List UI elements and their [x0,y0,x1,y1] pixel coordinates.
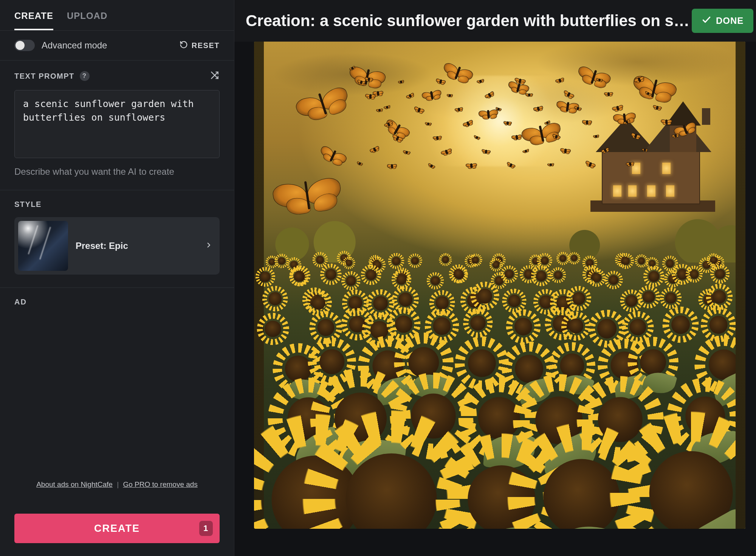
create-count-badge: 1 [199,521,213,536]
style-picker[interactable]: Preset: Epic [14,217,220,275]
generated-image [254,42,745,529]
create-bar: CREATE 1 [0,507,234,556]
ad-footer: About ads on NightCafe | Go PRO to remov… [14,480,220,499]
go-pro-link[interactable]: Go PRO to remove ads [123,480,197,488]
done-label: DONE [716,16,744,26]
tab-upload[interactable]: UPLOAD [67,11,107,30]
create-button-label: CREATE [94,523,140,534]
section-ad: AD About ads on NightCafe | Go PRO to re… [0,288,234,507]
tab-create[interactable]: CREATE [14,11,53,30]
advanced-row: Advanced mode RESET [0,31,234,61]
advanced-mode-toggle[interactable] [14,40,35,51]
main-panel: Creation: a scenic sunflower garden with… [234,0,756,556]
reset-label: RESET [192,41,220,50]
sidebar: CREATE UPLOAD Advanced mode RESET TEXT [0,0,234,556]
about-ads-link[interactable]: About ads on NightCafe [36,480,113,488]
style-label: Preset: Epic [76,241,198,251]
section-text-prompt: TEXT PROMPT ? Describe what you want the… [0,61,234,190]
text-prompt-title: TEXT PROMPT ? [14,71,90,81]
prompt-input[interactable] [14,90,220,158]
section-style: STYLE Preset: Epic [0,190,234,288]
refresh-icon [180,40,188,51]
prompt-helper-text: Describe what you want the AI to create [14,166,220,177]
shuffle-button[interactable] [210,70,220,82]
chevron-right-icon [205,240,212,252]
advanced-mode-label: Advanced mode [42,40,107,51]
ad-slot [14,306,220,480]
ad-separator: | [117,480,119,488]
create-button[interactable]: CREATE 1 [14,514,220,543]
page-title: Creation: a scenic sunflower garden with… [246,12,692,30]
shuffle-icon [210,75,220,81]
ad-title: AD [14,298,220,306]
style-thumbnail [18,221,68,271]
check-icon [702,15,711,27]
main-header: Creation: a scenic sunflower garden with… [234,0,756,42]
style-title: STYLE [14,200,42,209]
sidebar-tabs: CREATE UPLOAD [0,0,234,31]
app-root: CREATE UPLOAD Advanced mode RESET TEXT [0,0,756,556]
canvas-area [234,42,756,556]
house-illustration [587,106,723,219]
reset-button[interactable]: RESET [180,40,220,51]
done-button[interactable]: DONE [692,9,753,33]
help-icon[interactable]: ? [80,71,90,81]
